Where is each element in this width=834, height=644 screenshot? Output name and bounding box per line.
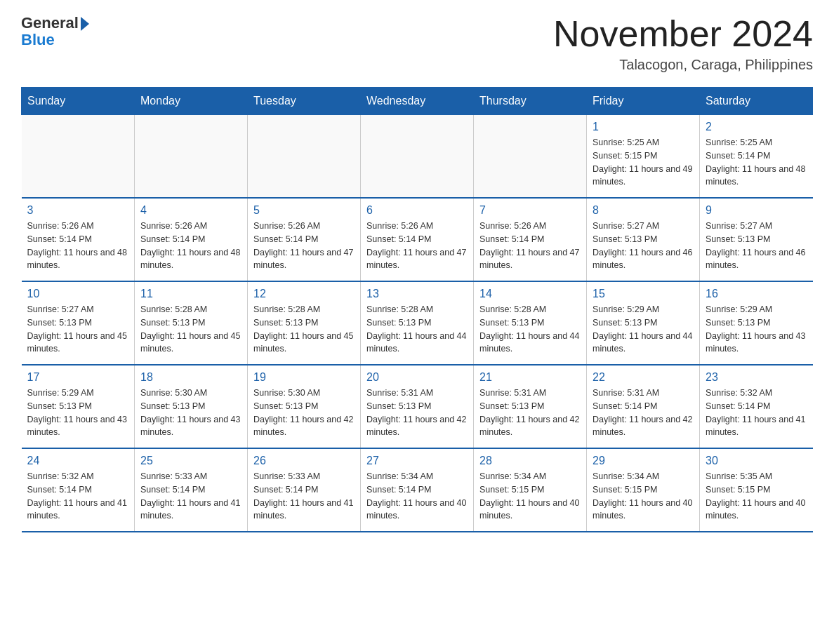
calendar-cell: 12Sunrise: 5:28 AMSunset: 5:13 PMDayligh… bbox=[248, 281, 361, 365]
calendar-cell: 11Sunrise: 5:28 AMSunset: 5:13 PMDayligh… bbox=[135, 281, 248, 365]
calendar-week-row: 3Sunrise: 5:26 AMSunset: 5:14 PMDaylight… bbox=[22, 198, 813, 281]
day-number: 4 bbox=[140, 204, 241, 217]
calendar-cell: 20Sunrise: 5:31 AMSunset: 5:13 PMDayligh… bbox=[361, 365, 474, 448]
day-info: Sunrise: 5:26 AMSunset: 5:14 PMDaylight:… bbox=[366, 220, 468, 272]
calendar-cell: 27Sunrise: 5:34 AMSunset: 5:14 PMDayligh… bbox=[361, 448, 474, 532]
calendar-cell: 22Sunrise: 5:31 AMSunset: 5:14 PMDayligh… bbox=[587, 365, 700, 448]
day-number: 12 bbox=[253, 288, 355, 300]
day-info: Sunrise: 5:26 AMSunset: 5:14 PMDaylight:… bbox=[479, 220, 581, 272]
calendar-cell bbox=[474, 115, 587, 199]
day-info: Sunrise: 5:29 AMSunset: 5:13 PMDaylight:… bbox=[27, 387, 129, 439]
day-number: 19 bbox=[253, 371, 355, 384]
month-title: November 2024 bbox=[553, 14, 813, 54]
calendar-cell: 23Sunrise: 5:32 AMSunset: 5:14 PMDayligh… bbox=[700, 365, 813, 448]
calendar-cell: 15Sunrise: 5:29 AMSunset: 5:13 PMDayligh… bbox=[587, 281, 700, 365]
day-info: Sunrise: 5:29 AMSunset: 5:13 PMDaylight:… bbox=[706, 303, 807, 356]
calendar-cell: 10Sunrise: 5:27 AMSunset: 5:13 PMDayligh… bbox=[22, 281, 135, 365]
calendar-week-row: 1Sunrise: 5:25 AMSunset: 5:15 PMDaylight… bbox=[22, 115, 813, 199]
day-info: Sunrise: 5:34 AMSunset: 5:14 PMDaylight:… bbox=[366, 470, 468, 523]
day-info: Sunrise: 5:35 AMSunset: 5:15 PMDaylight:… bbox=[706, 470, 807, 523]
day-number: 25 bbox=[140, 455, 241, 467]
weekday-header-thursday: Thursday bbox=[474, 88, 587, 115]
day-info: Sunrise: 5:28 AMSunset: 5:13 PMDaylight:… bbox=[140, 303, 241, 356]
calendar-body: 1Sunrise: 5:25 AMSunset: 5:15 PMDaylight… bbox=[22, 115, 813, 532]
calendar-cell bbox=[248, 115, 361, 199]
calendar-week-row: 10Sunrise: 5:27 AMSunset: 5:13 PMDayligh… bbox=[22, 281, 813, 365]
calendar-cell: 3Sunrise: 5:26 AMSunset: 5:14 PMDaylight… bbox=[22, 198, 135, 281]
day-number: 2 bbox=[706, 121, 807, 133]
day-number: 18 bbox=[140, 371, 241, 384]
day-info: Sunrise: 5:32 AMSunset: 5:14 PMDaylight:… bbox=[27, 470, 129, 523]
day-number: 15 bbox=[593, 288, 694, 300]
weekday-header-row: SundayMondayTuesdayWednesdayThursdayFrid… bbox=[22, 88, 813, 115]
calendar-cell: 7Sunrise: 5:26 AMSunset: 5:14 PMDaylight… bbox=[474, 198, 587, 281]
day-info: Sunrise: 5:26 AMSunset: 5:14 PMDaylight:… bbox=[140, 220, 241, 272]
weekday-header-sunday: Sunday bbox=[22, 88, 135, 115]
calendar-cell: 26Sunrise: 5:33 AMSunset: 5:14 PMDayligh… bbox=[248, 448, 361, 532]
calendar-cell bbox=[135, 115, 248, 199]
calendar-cell bbox=[22, 115, 135, 199]
day-info: Sunrise: 5:34 AMSunset: 5:15 PMDaylight:… bbox=[593, 470, 694, 523]
calendar-cell: 8Sunrise: 5:27 AMSunset: 5:13 PMDaylight… bbox=[587, 198, 700, 281]
day-number: 23 bbox=[706, 371, 807, 384]
calendar-cell: 29Sunrise: 5:34 AMSunset: 5:15 PMDayligh… bbox=[587, 448, 700, 532]
calendar-cell: 21Sunrise: 5:31 AMSunset: 5:13 PMDayligh… bbox=[474, 365, 587, 448]
day-number: 6 bbox=[366, 204, 468, 217]
day-number: 16 bbox=[706, 288, 807, 300]
day-number: 10 bbox=[27, 288, 129, 300]
calendar-cell: 13Sunrise: 5:28 AMSunset: 5:13 PMDayligh… bbox=[361, 281, 474, 365]
day-info: Sunrise: 5:27 AMSunset: 5:13 PMDaylight:… bbox=[593, 220, 694, 272]
day-info: Sunrise: 5:29 AMSunset: 5:13 PMDaylight:… bbox=[593, 303, 694, 356]
day-info: Sunrise: 5:26 AMSunset: 5:14 PMDaylight:… bbox=[253, 220, 355, 272]
day-info: Sunrise: 5:32 AMSunset: 5:14 PMDaylight:… bbox=[706, 387, 807, 439]
day-number: 17 bbox=[27, 371, 129, 384]
calendar-cell: 5Sunrise: 5:26 AMSunset: 5:14 PMDaylight… bbox=[248, 198, 361, 281]
logo-arrow-icon bbox=[81, 17, 89, 31]
weekday-header-wednesday: Wednesday bbox=[361, 88, 474, 115]
logo-general-text: General bbox=[21, 14, 79, 32]
calendar-cell: 6Sunrise: 5:26 AMSunset: 5:14 PMDaylight… bbox=[361, 198, 474, 281]
day-number: 11 bbox=[140, 288, 241, 300]
calendar-table: SundayMondayTuesdayWednesdayThursdayFrid… bbox=[21, 87, 813, 532]
calendar-cell: 28Sunrise: 5:34 AMSunset: 5:15 PMDayligh… bbox=[474, 448, 587, 532]
logo: General Blue bbox=[21, 14, 89, 49]
calendar-cell: 19Sunrise: 5:30 AMSunset: 5:13 PMDayligh… bbox=[248, 365, 361, 448]
day-number: 9 bbox=[706, 204, 807, 217]
calendar-cell: 30Sunrise: 5:35 AMSunset: 5:15 PMDayligh… bbox=[700, 448, 813, 532]
day-info: Sunrise: 5:31 AMSunset: 5:13 PMDaylight:… bbox=[366, 387, 468, 439]
calendar-cell: 24Sunrise: 5:32 AMSunset: 5:14 PMDayligh… bbox=[22, 448, 135, 532]
day-number: 24 bbox=[27, 455, 129, 467]
day-number: 27 bbox=[366, 455, 468, 467]
weekday-header-monday: Monday bbox=[135, 88, 248, 115]
day-info: Sunrise: 5:33 AMSunset: 5:14 PMDaylight:… bbox=[253, 470, 355, 523]
day-info: Sunrise: 5:27 AMSunset: 5:13 PMDaylight:… bbox=[27, 303, 129, 356]
calendar-cell: 16Sunrise: 5:29 AMSunset: 5:13 PMDayligh… bbox=[700, 281, 813, 365]
day-number: 13 bbox=[366, 288, 468, 300]
calendar-cell: 25Sunrise: 5:33 AMSunset: 5:14 PMDayligh… bbox=[135, 448, 248, 532]
title-section: November 2024 Talacogon, Caraga, Philipp… bbox=[553, 14, 813, 73]
day-number: 30 bbox=[706, 455, 807, 467]
day-info: Sunrise: 5:26 AMSunset: 5:14 PMDaylight:… bbox=[27, 220, 129, 272]
day-number: 5 bbox=[253, 204, 355, 217]
day-info: Sunrise: 5:25 AMSunset: 5:15 PMDaylight:… bbox=[593, 136, 694, 189]
day-number: 28 bbox=[479, 455, 581, 467]
day-number: 21 bbox=[479, 371, 581, 384]
day-info: Sunrise: 5:31 AMSunset: 5:14 PMDaylight:… bbox=[593, 387, 694, 439]
day-info: Sunrise: 5:33 AMSunset: 5:14 PMDaylight:… bbox=[140, 470, 241, 523]
calendar-cell: 14Sunrise: 5:28 AMSunset: 5:13 PMDayligh… bbox=[474, 281, 587, 365]
day-info: Sunrise: 5:28 AMSunset: 5:13 PMDaylight:… bbox=[253, 303, 355, 356]
day-number: 3 bbox=[27, 204, 129, 217]
location-subtitle: Talacogon, Caraga, Philippines bbox=[553, 57, 813, 73]
day-number: 1 bbox=[593, 121, 694, 133]
calendar-cell: 9Sunrise: 5:27 AMSunset: 5:13 PMDaylight… bbox=[700, 198, 813, 281]
weekday-header-friday: Friday bbox=[587, 88, 700, 115]
calendar-week-row: 17Sunrise: 5:29 AMSunset: 5:13 PMDayligh… bbox=[22, 365, 813, 448]
day-info: Sunrise: 5:28 AMSunset: 5:13 PMDaylight:… bbox=[366, 303, 468, 356]
calendar-cell: 17Sunrise: 5:29 AMSunset: 5:13 PMDayligh… bbox=[22, 365, 135, 448]
calendar-header: SundayMondayTuesdayWednesdayThursdayFrid… bbox=[22, 88, 813, 115]
day-info: Sunrise: 5:30 AMSunset: 5:13 PMDaylight:… bbox=[140, 387, 241, 439]
day-info: Sunrise: 5:25 AMSunset: 5:14 PMDaylight:… bbox=[706, 136, 807, 189]
day-info: Sunrise: 5:34 AMSunset: 5:15 PMDaylight:… bbox=[479, 470, 581, 523]
day-info: Sunrise: 5:31 AMSunset: 5:13 PMDaylight:… bbox=[479, 387, 581, 439]
calendar-cell: 2Sunrise: 5:25 AMSunset: 5:14 PMDaylight… bbox=[700, 115, 813, 199]
